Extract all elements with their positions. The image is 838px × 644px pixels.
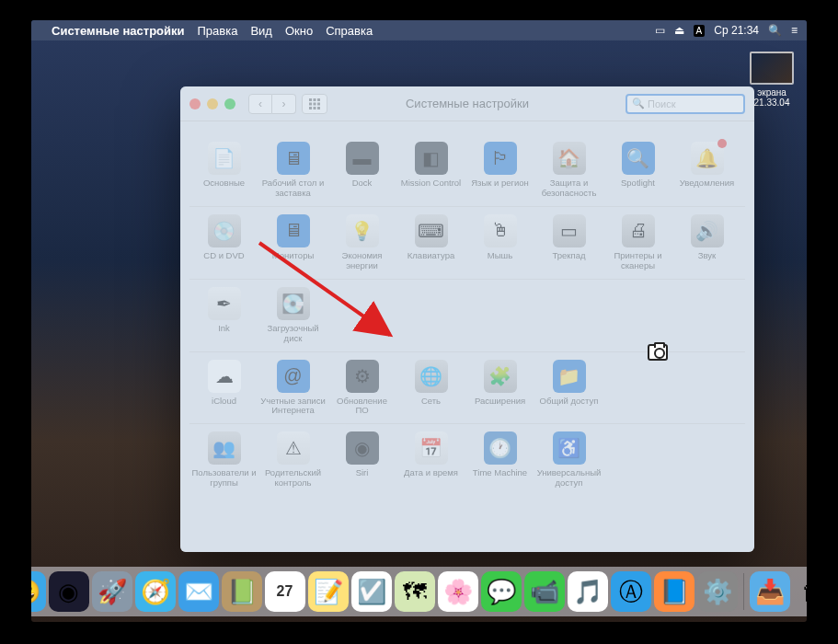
dock-photos[interactable]: 🌸	[438, 571, 478, 612]
pref-energy[interactable]: 💡Экономия энергии	[327, 211, 396, 277]
maximize-button[interactable]	[224, 98, 235, 109]
pref-dock[interactable]: ▬Dock	[327, 138, 396, 204]
notifications-icon: 🔔	[691, 142, 724, 175]
pref-trackpad[interactable]: ▭Трекпад	[534, 211, 603, 277]
pref-label: Ink	[191, 324, 257, 334]
search-placeholder: Поиск	[648, 98, 675, 109]
pref-mouse[interactable]: 🖱Мышь	[465, 211, 534, 277]
dock-contacts[interactable]: 📗	[222, 571, 262, 612]
svg-rect-6	[309, 107, 312, 109]
pref-label: Mission Control	[398, 178, 464, 189]
pref-date[interactable]: 📅Дата и время	[396, 428, 465, 494]
airplay-icon[interactable]: ▭	[655, 24, 665, 37]
forward-button[interactable]: ›	[272, 94, 296, 114]
dock-itunes[interactable]: 🎵	[568, 571, 608, 612]
timemachine-icon: 🕐	[484, 431, 517, 465]
dock-books[interactable]: 📘	[654, 571, 695, 612]
dock-safari[interactable]: 🧭	[135, 571, 176, 612]
menu-edit[interactable]: Правка	[198, 24, 238, 38]
pref-cd[interactable]: 💿CD и DVD	[189, 211, 258, 277]
clock[interactable]: Ср 21:34	[714, 24, 759, 37]
svg-rect-0	[309, 98, 312, 101]
dock-mail[interactable]: ✉️	[178, 571, 219, 612]
pref-label: Трекпад	[536, 251, 602, 261]
icloud-icon: ☁	[208, 360, 241, 393]
pref-language[interactable]: 🏳Язык и регион	[465, 138, 534, 204]
pref-extensions[interactable]: 🧩Расширения	[465, 356, 534, 422]
pref-mission[interactable]: ◧Mission Control	[396, 138, 465, 204]
pref-spotlight[interactable]: 🔍Spotlight	[603, 138, 672, 204]
pref-label: Обновление ПО	[329, 397, 395, 417]
dock-sysprefs[interactable]: ⚙️	[697, 571, 738, 612]
file-label-2: 21.33.04	[750, 98, 794, 108]
accounts-icon: @	[277, 360, 310, 393]
pref-users[interactable]: 👥Пользователи и группы	[189, 428, 258, 494]
startup-icon: 💽	[277, 287, 310, 320]
language-indicator[interactable]: А	[694, 25, 706, 37]
pref-desktop[interactable]: 🖥Рабочий стол и заставка	[258, 138, 327, 204]
trackpad-icon: ▭	[553, 214, 586, 247]
accessibility-icon: ♿	[553, 431, 586, 465]
pref-notifications[interactable]: 🔔Уведомления	[672, 138, 741, 204]
ink-icon: ✒	[208, 287, 241, 320]
minimize-button[interactable]	[207, 98, 218, 109]
pref-label: iCloud	[191, 397, 257, 407]
printers-icon: 🖨	[622, 214, 655, 247]
menu-help[interactable]: Справка	[326, 24, 373, 38]
dock-appstore[interactable]: Ⓐ	[611, 571, 651, 612]
pref-network[interactable]: 🌐Сеть	[396, 356, 465, 422]
pref-general[interactable]: 📄Основные	[189, 138, 258, 204]
pref-security[interactable]: 🏠Защита и безопасность	[534, 138, 603, 204]
dock-facetime[interactable]: 📹	[524, 571, 565, 612]
pref-update[interactable]: ⚙Обновление ПО	[327, 356, 396, 422]
network-icon: 🌐	[415, 360, 448, 393]
show-all-button[interactable]	[302, 94, 327, 114]
eject-icon[interactable]: ⏏	[674, 24, 684, 37]
pref-label: Рабочий стол и заставка	[260, 178, 326, 199]
sharing-icon: 📁	[553, 360, 586, 393]
search-input[interactable]: 🔍 Поиск	[626, 94, 745, 114]
dock-launchpad[interactable]: 🚀	[92, 571, 132, 612]
dock-finder[interactable]: 😀	[31, 571, 46, 612]
pref-sound[interactable]: 🔊Звук	[672, 211, 741, 277]
pref-keyboard[interactable]: ⌨Клавиатура	[396, 211, 465, 277]
pref-label: Принтеры и сканеры	[605, 251, 671, 271]
svg-rect-1	[314, 98, 316, 101]
dock-maps[interactable]: 🗺	[395, 571, 435, 612]
dock-downloads[interactable]: 📥	[750, 571, 790, 612]
back-button[interactable]: ‹	[248, 94, 272, 114]
pref-displays[interactable]: 🖥Мониторы	[258, 211, 327, 277]
pref-sharing[interactable]: 📁Общий доступ	[534, 356, 603, 422]
pref-label: Загрузочный диск	[260, 324, 326, 344]
screenshot-cursor-icon	[648, 344, 668, 361]
pref-label: Звук	[674, 251, 740, 261]
dock-trash[interactable]: 🗑	[793, 571, 808, 612]
dock-notes[interactable]: 📝	[308, 571, 349, 612]
menu-view[interactable]: Вид	[250, 24, 272, 38]
update-icon: ⚙	[346, 360, 379, 393]
pref-accessibility[interactable]: ♿Универсальный доступ	[534, 428, 603, 494]
pref-accounts[interactable]: @Учетные записи Интернета	[258, 356, 327, 422]
pref-siri[interactable]: ◉Siri	[327, 428, 396, 494]
dock: 😀◉🚀🧭✉️📗27📝☑️🗺🌸💬📹🎵Ⓐ📘⚙️📥🗑	[31, 567, 807, 616]
dock-messages[interactable]: 💬	[481, 571, 522, 612]
pref-startup[interactable]: 💽Загрузочный диск	[258, 283, 327, 350]
dock-reminders[interactable]: ☑️	[351, 571, 392, 612]
dock-siri[interactable]: ◉	[49, 571, 89, 612]
pref-label: Универсальный доступ	[536, 468, 602, 489]
pref-parental[interactable]: ⚠Родительский контроль	[258, 428, 327, 494]
dock-calendar[interactable]: 27	[265, 571, 305, 612]
pref-ink[interactable]: ✒Ink	[189, 283, 258, 350]
close-button[interactable]	[189, 98, 201, 109]
app-name[interactable]: Системные настройки	[52, 24, 185, 38]
mission-icon: ◧	[415, 142, 448, 175]
svg-rect-7	[314, 107, 316, 109]
pref-icloud[interactable]: ☁iCloud	[189, 356, 258, 422]
notification-center-icon[interactable]: ≡	[791, 24, 798, 37]
pref-timemachine[interactable]: 🕐Time Machine	[465, 428, 534, 494]
spotlight-menubar-icon[interactable]: 🔍	[768, 24, 782, 37]
menu-window[interactable]: Окно	[285, 24, 313, 38]
screenshot-thumbnail-icon	[750, 52, 794, 85]
desktop-screenshot-file[interactable]: экрана 21.33.04	[750, 52, 794, 108]
pref-printers[interactable]: 🖨Принтеры и сканеры	[603, 211, 672, 277]
